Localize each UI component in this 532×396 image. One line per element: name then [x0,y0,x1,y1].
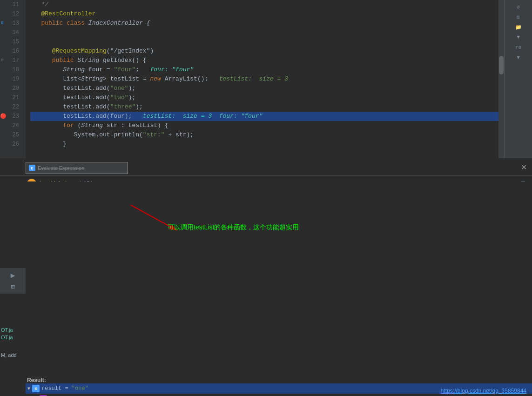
code-line-16: @RequestMapping("/getIndex") [30,47,532,56]
pause-icon[interactable]: ⊞ [11,283,14,291]
editor-panel: 111213⚙14151617⊢181920212223🔴242526 */ @… [0,0,532,158]
left-file-list: OT.ja OT.ja [1,327,13,340]
code-line-20: testList.add("one"); [30,84,532,93]
scrollbar-thumb[interactable] [499,56,504,74]
line-number-12: 12 [0,9,22,19]
result-area: Result: ▼ ⊕ result = "one" ▶ ● value = {… [0,181,532,396]
close-button[interactable]: ✕ [519,163,528,172]
line-number-18: 18 [0,65,22,74]
line-number-11: 11 [0,0,22,9]
file-item-2[interactable]: OT.ja [1,335,13,340]
code-line-17: public String getIndex() { [30,56,532,65]
code-line-11: */ [30,0,532,9]
sidebar-icon-3[interactable]: ▼ [512,33,525,42]
right-sidebar: ↺ ⊞ 📁 ▼ re ▼ [504,0,532,158]
line-number-21: 21 [0,93,22,102]
sidebar-icon-1[interactable]: ↺ [512,2,525,11]
sidebar-icon-4[interactable]: re [512,43,525,52]
code-line-18: String four = "four"; four: "four" [30,65,532,74]
code-line-12: @RestController [30,9,532,19]
evaluate-title: Evaluate Expression [38,165,84,171]
code-line-21: testList.add("two"); [30,93,532,102]
line-number-14: 14 [0,28,22,37]
sidebar-icon-folder[interactable]: 📁 [512,22,525,32]
play-icon[interactable]: ▶ [11,271,15,280]
evaluate-icon: E [29,165,35,171]
line-number-25: 25 [0,130,22,140]
line-number-19: 19 [0,74,22,84]
bottom-left-icons: ▶ ⊞ [0,268,26,294]
code-content[interactable]: */ @RestController public class IndexCon… [26,0,532,158]
line-number-13: 13⚙ [0,19,22,28]
file-item-1[interactable]: OT.ja [1,327,13,333]
code-line-22: testList.add("three"); [30,102,532,112]
evaluate-dialog-titlebar: E Evaluate Expression [26,162,128,174]
line-number-23: 23🔴 [0,112,22,121]
line-number-26: 26 [0,140,22,149]
line-numbers: 111213⚙14151617⊢181920212223🔴242526 [0,0,26,158]
line-number-16: 16 [0,47,22,56]
code-line-14 [30,28,532,37]
result-icon-0: ⊕ [32,385,40,392]
code-line-15 [30,37,532,47]
sidebar-icon-2[interactable]: ⊞ [512,12,525,21]
line-number-20: 20 [0,84,22,93]
code-line-26: } [30,140,532,149]
result-label: Result: [0,375,532,384]
file-item-3[interactable]: M, add [1,352,17,359]
line-number-17: 17⊢ [0,56,22,65]
result-text-0: result = "one" [41,385,88,392]
code-line-25: System.out.println("str:" + str); [30,130,532,140]
code-line-23: testList.add(four); testList: size = 3 f… [30,112,532,121]
scrollbar-track[interactable] [498,0,504,158]
code-line-19: List<String> testList = new ArrayList();… [30,74,532,84]
line-number-15: 15 [0,37,22,47]
sidebar-icon-5[interactable]: ▼ [512,53,525,62]
code-line-24: for (String str : testList) { [30,121,532,130]
line-number-22: 22 [0,102,22,112]
code-line-13: public class IndexController { [30,19,532,28]
line-number-24: 24 [0,121,22,130]
url-footer[interactable]: https://blog.csdn.net/qq_35859844 [435,386,532,396]
tree-arrow-0: ▼ [27,386,30,391]
